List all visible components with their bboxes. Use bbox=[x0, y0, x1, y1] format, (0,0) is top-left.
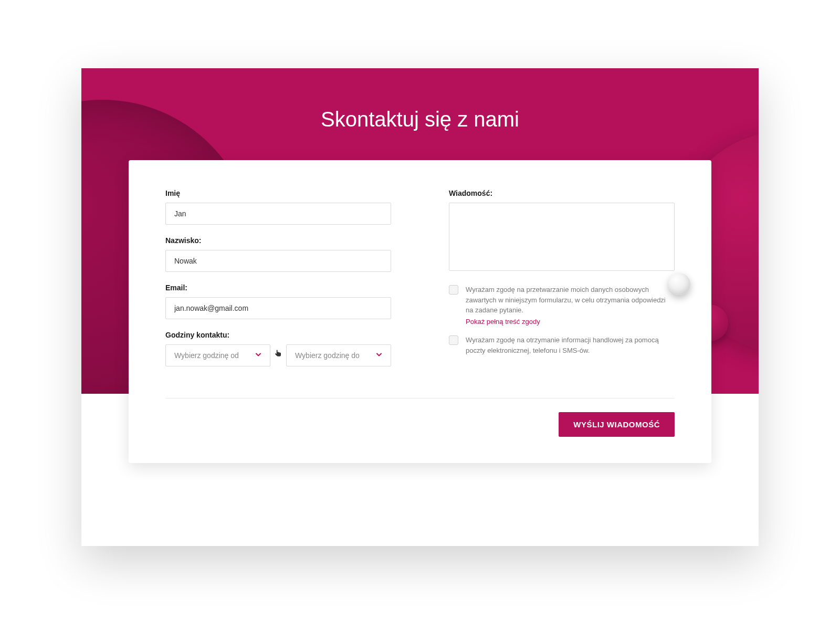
consent-1-checkbox[interactable] bbox=[449, 285, 458, 295]
consent-show-full-link[interactable]: Pokaż pełną treść zgody bbox=[466, 317, 675, 327]
hour-to-placeholder: Wybierz godzinę do bbox=[295, 351, 360, 360]
form-footer: WYŚLIJ WIADOMOŚĆ bbox=[165, 412, 675, 437]
submit-button[interactable]: WYŚLIJ WIADOMOŚĆ bbox=[559, 412, 675, 437]
first-name-label: Imię bbox=[165, 189, 391, 197]
message-group: Wiadomość: bbox=[449, 189, 675, 273]
consent-2-text: Wyrażam zgodę na otrzymanie informacji h… bbox=[466, 335, 675, 355]
page-title: Skontaktuj się z nami bbox=[81, 68, 759, 131]
hour-from-placeholder: Wybierz godzinę od bbox=[174, 351, 239, 360]
contact-hours-label: Godziny kontaktu: bbox=[165, 331, 391, 339]
last-name-group: Nazwisko: bbox=[165, 236, 391, 272]
consent-1-row: Wyrażam zgodę na przetwarzanie moich dan… bbox=[449, 285, 675, 327]
form-column-left: Imię Nazwisko: Email: Godziny kontaktu: … bbox=[165, 189, 391, 378]
email-label: Email: bbox=[165, 284, 391, 292]
decor-pearl bbox=[668, 273, 690, 295]
hour-from-select[interactable]: Wybierz godzinę od bbox=[165, 344, 270, 366]
form-column-right: Wiadomość: Wyrażam zgodę na przetwarzani… bbox=[449, 189, 675, 378]
message-label: Wiadomość: bbox=[449, 189, 675, 197]
consent-1-label: Wyrażam zgodę na przetwarzanie moich dan… bbox=[466, 285, 675, 327]
last-name-input[interactable] bbox=[165, 250, 391, 272]
last-name-label: Nazwisko: bbox=[165, 236, 391, 245]
hours-select-row: Wybierz godzinę od Wybierz godzinę do bbox=[165, 344, 391, 366]
email-input[interactable] bbox=[165, 297, 391, 319]
email-group: Email: bbox=[165, 284, 391, 319]
chevron-down-icon bbox=[375, 351, 383, 361]
hour-to-select[interactable]: Wybierz godzinę do bbox=[286, 344, 391, 366]
consent-2-checkbox[interactable] bbox=[449, 335, 458, 345]
first-name-input[interactable] bbox=[165, 203, 391, 225]
message-textarea[interactable] bbox=[449, 203, 675, 271]
form-divider bbox=[165, 398, 675, 398]
consent-2-row: Wyrażam zgodę na otrzymanie informacji h… bbox=[449, 335, 675, 355]
chevron-down-icon bbox=[254, 351, 262, 361]
contact-hours-group: Godziny kontaktu: Wybierz godzinę od bbox=[165, 331, 391, 366]
first-name-group: Imię bbox=[165, 189, 391, 225]
consent-1-text: Wyrażam zgodę na przetwarzanie moich dan… bbox=[466, 286, 666, 314]
contact-page: Skontaktuj się z nami Imię Nazwisko: Ema… bbox=[81, 68, 759, 546]
contact-form-card: Imię Nazwisko: Email: Godziny kontaktu: … bbox=[129, 160, 711, 463]
form-columns: Imię Nazwisko: Email: Godziny kontaktu: … bbox=[165, 189, 675, 378]
pointer-cursor-icon bbox=[274, 349, 283, 362]
